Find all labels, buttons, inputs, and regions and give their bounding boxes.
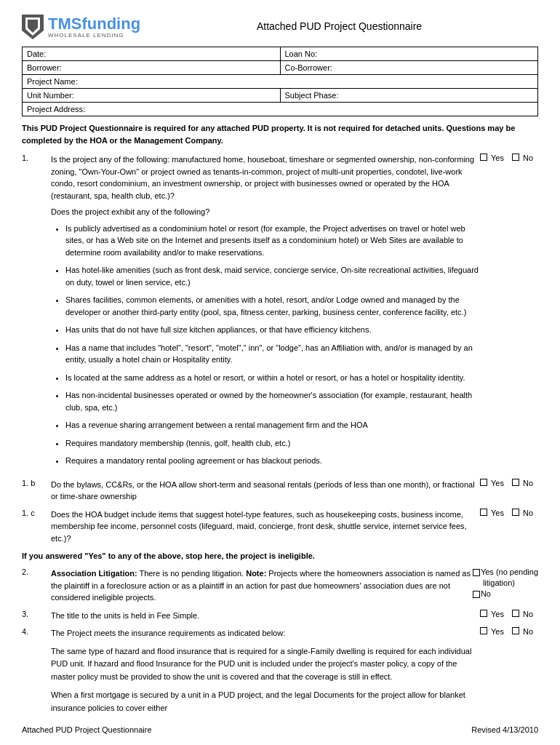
q1c-text: Does the HOA budget include items that s…: [51, 510, 467, 543]
unit-number-field[interactable]: Unit Number:: [23, 89, 281, 103]
bullet-5: Has a name that includes "hotel", "resor…: [65, 342, 480, 366]
q2-yesno: Yes (no pending litigation) No: [473, 567, 538, 604]
q4-text: The Project meets the insurance requirem…: [51, 629, 285, 637]
page-footer: Attached PUD Project Questionnaire Revis…: [22, 725, 538, 734]
q2-yes-row: Yes (no pending: [473, 567, 538, 576]
loan-no-field[interactable]: Loan No:: [280, 47, 538, 61]
logo: TMSfunding WHOLESALE LENDING: [22, 15, 140, 39]
q3-content: The title to the units is held in Fee Si…: [51, 610, 480, 622]
project-address-field[interactable]: Project Address:: [23, 103, 538, 116]
q2-litigation-label: litigation): [473, 578, 515, 587]
q1-bullet-list: Is publicly advertised as a condominium …: [65, 223, 480, 467]
q1c-no-checkbox[interactable]: [512, 509, 519, 516]
bullet-4: Has units that do not have full size kit…: [65, 324, 480, 336]
question-2: 2. Association Litigation: There is no p…: [22, 567, 538, 604]
q4-content: The Project meets the insurance requirem…: [51, 627, 480, 714]
q1b-text: Do the bylaws, CC&Rs, or the HOA allow s…: [51, 480, 475, 501]
logo-subtitle: WHOLESALE LENDING: [48, 32, 140, 39]
q2-no-checkbox[interactable]: [473, 591, 480, 598]
q4-yesno: Yes No: [480, 627, 538, 714]
bullet-6: Is located at the same address as a hote…: [65, 372, 480, 384]
q1c-yesno: Yes No: [480, 509, 538, 545]
question-3: 3. The title to the units is held in Fee…: [22, 610, 538, 622]
q3-text: The title to the units is held in Fee Si…: [51, 611, 199, 620]
bullet-9: Requires mandatory membership (tennis, g…: [65, 437, 480, 450]
q1-number: 1.: [22, 154, 51, 473]
q4-yes-checkbox[interactable]: [480, 627, 487, 634]
q1b-yesno: Yes No: [480, 479, 538, 503]
footer-left: Attached PUD Project Questionnaire: [22, 725, 152, 734]
question-4: 4. The Project meets the insurance requi…: [22, 627, 538, 714]
logo-icon: [22, 15, 44, 39]
subject-phase-field[interactable]: Subject Phase:: [280, 89, 538, 103]
q1b-content: Do the bylaws, CC&Rs, or the HOA allow s…: [51, 479, 480, 503]
q1-text: Is the project any of the following: man…: [51, 155, 474, 200]
project-name-field[interactable]: Project Name:: [23, 75, 538, 89]
q1b-number: 1. b: [22, 479, 51, 503]
q4-no-checkbox[interactable]: [512, 627, 519, 634]
logo-name: TMSfunding: [48, 16, 140, 32]
q2-no-row: No: [473, 589, 491, 598]
q3-yes-checkbox[interactable]: [480, 610, 487, 617]
bullet-7: Has non-incidental businesses operated o…: [65, 389, 480, 413]
q4-insurance-text2: When a first mortgage is secured by a un…: [51, 689, 480, 714]
co-borrower-field[interactable]: Co-Borrower:: [280, 61, 538, 75]
q1c-yes-checkbox[interactable]: [480, 509, 487, 516]
q2-content: Association Litigation: There is no pend…: [51, 567, 473, 604]
q2-number: 2.: [22, 567, 51, 604]
bullet-2: Has hotel-like amenities (such as front …: [65, 264, 480, 288]
q4-number: 4.: [22, 627, 51, 714]
page-header: TMSfunding WHOLESALE LENDING Attached PU…: [22, 15, 538, 39]
q2-label: Association Litigation:: [51, 569, 137, 578]
q1-yes-checkbox[interactable]: [480, 154, 487, 161]
bullet-8: Has a revenue sharing arrangement betwee…: [65, 419, 480, 431]
q1-no-checkbox[interactable]: [512, 154, 519, 161]
intro-text: This PUD Project Questionnaire is requir…: [22, 122, 538, 146]
q1-yesno: Yes No: [480, 154, 538, 473]
bullet-3: Shares facilities, common elements, or a…: [65, 294, 480, 318]
q1b-yes-checkbox[interactable]: [480, 479, 487, 486]
q3-number: 3.: [22, 610, 51, 622]
q1c-content: Does the HOA budget include items that s…: [51, 509, 480, 545]
question-1: 1. Is the project any of the following: …: [22, 154, 538, 473]
date-field[interactable]: Date:: [23, 47, 281, 61]
question-1b: 1. b Do the bylaws, CC&Rs, or the HOA al…: [22, 479, 538, 503]
q1-sub-text: Does the project exhibit any of the foll…: [51, 206, 480, 218]
q1-content: Is the project any of the following: man…: [51, 154, 480, 473]
borrower-field[interactable]: Borrower:: [23, 61, 281, 75]
question-1c: 1. c Does the HOA budget include items t…: [22, 509, 538, 545]
logo-text-block: TMSfunding WHOLESALE LENDING: [48, 16, 140, 39]
q3-yesno: Yes No: [480, 610, 538, 622]
q4-insurance-text1: The same type of hazard and flood insura…: [51, 645, 480, 684]
q1b-no-checkbox[interactable]: [512, 479, 519, 486]
q2-yes-checkbox[interactable]: [473, 569, 480, 576]
ineligible-notice: If you answered "Yes" to any of the abov…: [22, 551, 538, 560]
q3-no-checkbox[interactable]: [512, 610, 519, 617]
q1c-number: 1. c: [22, 509, 51, 545]
bullet-10: Requires a mandatory rental pooling agre…: [65, 455, 480, 467]
footer-right: Revised 4/13/2010: [471, 725, 538, 734]
bullet-1: Is publicly advertised as a condominium …: [65, 223, 480, 259]
document-title: Attached PUD Project Questionnaire: [140, 15, 538, 32]
form-fields-table: Date: Loan No: Borrower: Co-Borrower: Pr…: [22, 47, 538, 116]
